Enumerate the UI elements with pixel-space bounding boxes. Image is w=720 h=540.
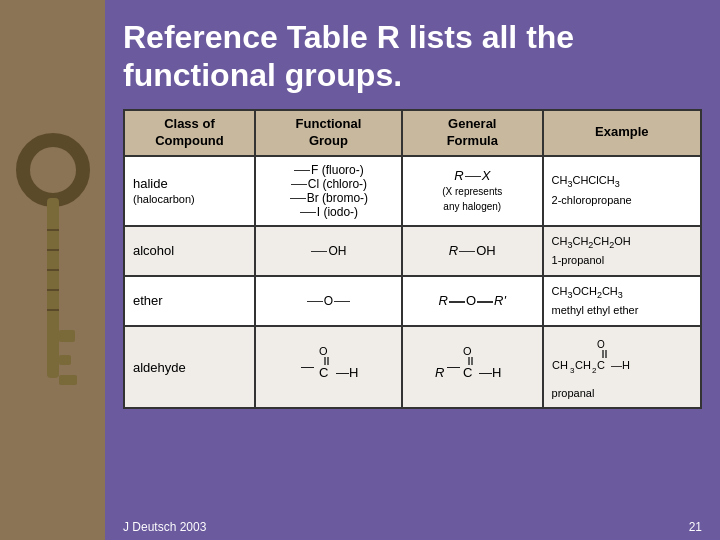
svg-text:—H: —H [336, 365, 358, 380]
fg-alcohol: OH [255, 226, 402, 276]
svg-rect-2 [59, 330, 75, 342]
class-halide: halide(halocarbon) [124, 156, 255, 226]
general-ether: ROR' [402, 276, 543, 326]
col-header-formula: GeneralFormula [402, 110, 543, 156]
fg-aldehyde: — O C —H [255, 326, 402, 409]
class-ether: ether [124, 276, 255, 326]
example-halide: CH3CHClCH32-chloropropane [543, 156, 701, 226]
svg-text:—: — [301, 359, 314, 374]
table-row: alcohol OH ROH CH3CH2CH2OH1-propanol [124, 226, 701, 276]
fg-ether: O [255, 276, 402, 326]
main-content: Reference Table R lists all the function… [105, 0, 720, 540]
svg-text:CH: CH [552, 359, 568, 371]
svg-text:C: C [463, 365, 472, 380]
svg-point-0 [23, 140, 83, 200]
svg-text:O: O [463, 345, 472, 357]
footer: J Deutsch 2003 21 [105, 520, 720, 534]
svg-text:—H: —H [611, 359, 630, 371]
svg-rect-4 [59, 375, 77, 385]
svg-text:O: O [597, 339, 605, 350]
footer-page: 21 [689, 520, 702, 534]
svg-rect-1 [47, 198, 59, 378]
col-header-class: Class ofCompound [124, 110, 255, 156]
fg-halide: F (fluoro-) Cl (chloro-) Br (bromo-) I (… [255, 156, 402, 226]
col-header-fg: FunctionalGroup [255, 110, 402, 156]
reference-table: Class ofCompound FunctionalGroup General… [123, 109, 702, 410]
general-alcohol: ROH [402, 226, 543, 276]
svg-text:—: — [447, 359, 460, 374]
svg-text:—H: —H [479, 365, 501, 380]
class-alcohol: alcohol [124, 226, 255, 276]
general-halide: RX (X representsany halogen) [402, 156, 543, 226]
svg-text:C: C [597, 359, 605, 371]
table-row: ether O ROR' CH3OCH2CH3methyl ethyl ethe… [124, 276, 701, 326]
key-image [0, 0, 105, 540]
svg-text:O: O [319, 345, 328, 357]
svg-rect-3 [59, 355, 71, 365]
footer-author: J Deutsch 2003 [123, 520, 206, 534]
general-aldehyde: R — O C —H [402, 326, 543, 409]
page-title: Reference Table R lists all the function… [123, 18, 702, 95]
svg-text:C: C [319, 365, 328, 380]
class-aldehyde: aldehyde [124, 326, 255, 409]
example-ether: CH3OCH2CH3methyl ethyl ether [543, 276, 701, 326]
example-aldehyde: CH 3 CH 2 O C —H propanal [543, 326, 701, 409]
example-alcohol: CH3CH2CH2OH1-propanol [543, 226, 701, 276]
col-header-example: Example [543, 110, 701, 156]
table-row: halide(halocarbon) F (fluoro-) Cl (chlor… [124, 156, 701, 226]
table-row: aldehyde — O C —H R [124, 326, 701, 409]
svg-text:R: R [435, 365, 444, 380]
svg-text:CH: CH [575, 359, 591, 371]
